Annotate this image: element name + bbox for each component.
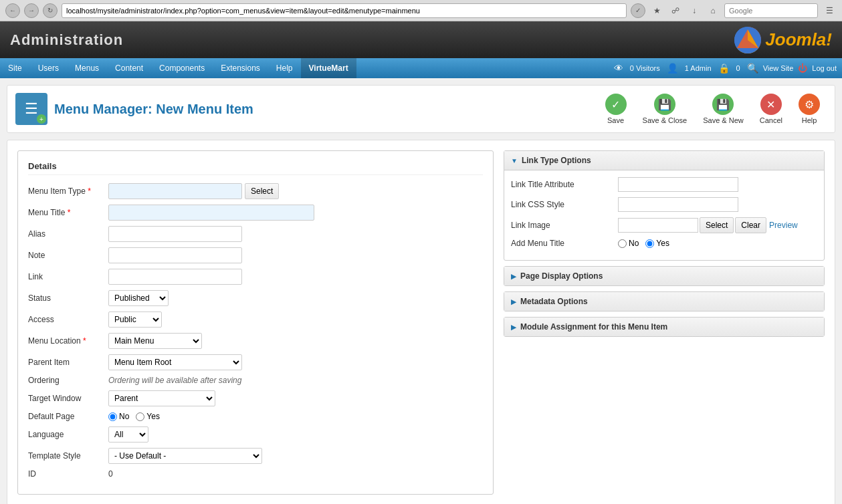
bookmark-icon[interactable]: ★: [649, 3, 664, 18]
nav-menus[interactable]: Menus: [67, 58, 107, 78]
link-css-style-input[interactable]: [618, 197, 738, 212]
top-nav-right: 0 Visitors 1 Admin 0 View Site Log out: [612, 63, 842, 74]
note-row: Note: [28, 247, 483, 263]
nav-users[interactable]: Users: [30, 58, 67, 78]
top-nav-left: Site Users Menus Content Components Exte…: [0, 58, 356, 78]
target-window-select[interactable]: Parent New Window with Navigation New Wi…: [108, 390, 215, 406]
note-input[interactable]: [108, 247, 242, 263]
alias-row: Alias: [28, 226, 483, 242]
logout-icon: [798, 63, 807, 74]
right-pane: ▼ Link Type Options Link Title Attribute…: [504, 150, 825, 495]
link-image-select-button[interactable]: Select: [700, 217, 734, 233]
metadata-options-header[interactable]: ▶ Metadata Options: [504, 292, 824, 311]
default-page-label: Default Page: [28, 412, 108, 421]
link-image-row: Link Image Select Clear Preview: [511, 217, 817, 233]
add-menu-title-no-radio[interactable]: [618, 239, 627, 248]
page-display-options-panel: ▶ Page Display Options: [504, 266, 825, 286]
default-page-yes-label[interactable]: Yes: [136, 412, 160, 421]
menu-location-select[interactable]: Main Menu: [108, 333, 202, 349]
alias-input[interactable]: [108, 226, 242, 242]
target-window-row: Target Window Parent New Window with Nav…: [28, 390, 483, 406]
visitors-icon: [614, 63, 623, 74]
url-bar[interactable]: [62, 3, 627, 18]
nav-site[interactable]: Site: [0, 58, 30, 78]
menu-title-input[interactable]: [108, 205, 314, 221]
joomla-logo-text: Joomla!: [765, 29, 832, 50]
add-menu-title-no-label[interactable]: No: [618, 239, 639, 248]
cancel-button[interactable]: ✕ Cancel: [753, 91, 789, 127]
menu-icon[interactable]: ☰: [822, 3, 837, 18]
save-close-button[interactable]: 💾 Save & Close: [636, 91, 694, 127]
menu-location-row: Menu Location * Main Menu: [28, 333, 483, 349]
default-page-yes-radio[interactable]: [136, 412, 144, 421]
menu-item-type-input[interactable]: [108, 183, 242, 199]
alias-label: Alias: [28, 229, 108, 239]
joomla-logo: Joomla!: [734, 27, 832, 53]
add-menu-title-radio-group: No Yes: [618, 239, 669, 248]
refresh-button[interactable]: ↻: [43, 3, 58, 18]
save-button[interactable]: ✓ Save: [599, 91, 633, 127]
ordering-label: Ordering: [28, 376, 108, 385]
add-menu-title-row: Add Menu Title No Yes: [511, 239, 817, 248]
help-button[interactable]: ⚙ Help: [792, 91, 827, 127]
content-area: ☰ + Menu Manager: New Menu Item ✓ Save 💾…: [0, 78, 842, 504]
menu-item-type-row: Menu Item Type * Select: [28, 183, 483, 199]
parent-item-label: Parent Item: [28, 358, 108, 367]
page-icon: ☰ +: [15, 93, 47, 125]
save-new-icon: 💾: [712, 94, 734, 115]
help-icon: ⚙: [799, 94, 820, 115]
menu-location-label: Menu Location *: [28, 336, 108, 346]
language-row: Language All: [28, 426, 483, 443]
language-label: Language: [28, 430, 108, 439]
search-input[interactable]: [724, 3, 818, 18]
nav-extensions[interactable]: Extensions: [213, 58, 268, 78]
back-button[interactable]: ←: [5, 3, 20, 18]
template-style-label: Template Style: [28, 451, 108, 461]
link-input[interactable]: [108, 269, 242, 285]
nav-help[interactable]: Help: [268, 58, 301, 78]
template-style-select[interactable]: - Use Default -: [108, 448, 262, 464]
parent-item-select[interactable]: Menu Item Root: [108, 354, 242, 370]
visitors-count: 0 Visitors: [630, 64, 660, 72]
go-button[interactable]: ✓: [631, 3, 645, 18]
default-page-no-radio[interactable]: [108, 412, 117, 421]
nav-components[interactable]: Components: [151, 58, 213, 78]
details-box: Details Menu Item Type * Select Menu Tit…: [17, 150, 494, 495]
lock-count: 0: [736, 64, 740, 72]
link-css-style-label: Link CSS Style: [511, 200, 618, 209]
default-page-no-label[interactable]: No: [108, 412, 129, 421]
link-type-options-header[interactable]: ▼ Link Type Options: [504, 151, 824, 170]
add-menu-title-yes-label[interactable]: Yes: [645, 239, 669, 248]
module-assignment-header[interactable]: ▶ Module Assignment for this Menu Item: [504, 318, 824, 336]
access-select[interactable]: Public Registered Special: [108, 311, 162, 328]
preview-link[interactable]: Preview: [769, 221, 798, 230]
bookmarks-icon[interactable]: ☍: [668, 3, 683, 18]
link-image-clear-button[interactable]: Clear: [735, 217, 766, 233]
page-display-options-header[interactable]: ▶ Page Display Options: [504, 267, 824, 285]
toolbar-buttons: ✓ Save 💾 Save & Close 💾 Save & New ✕ Can…: [599, 91, 827, 127]
menu-item-type-label: Menu Item Type *: [28, 186, 108, 196]
status-select[interactable]: Published Unpublished Trashed: [108, 290, 169, 306]
default-page-radio-group: No Yes: [108, 412, 160, 421]
admin-count: 1 Admin: [685, 64, 712, 72]
link-title-attr-input[interactable]: [618, 177, 738, 192]
add-menu-title-yes-radio[interactable]: [645, 239, 654, 248]
save-new-button[interactable]: 💾 Save & New: [696, 91, 750, 127]
menu-title-label: Menu Title *: [28, 208, 108, 217]
nav-virtuemart[interactable]: VirtueMart: [301, 58, 356, 78]
menu-item-type-select-button[interactable]: Select: [245, 183, 279, 199]
note-label: Note: [28, 251, 108, 260]
ordering-row: Ordering Ordering will be available afte…: [28, 376, 483, 385]
left-pane: Details Menu Item Type * Select Menu Tit…: [17, 150, 494, 495]
nav-content[interactable]: Content: [107, 58, 151, 78]
language-select[interactable]: All: [108, 426, 148, 443]
ordering-text: Ordering will be available after saving: [108, 376, 241, 385]
link-label: Link: [28, 272, 108, 281]
view-site-link[interactable]: View Site: [763, 64, 794, 72]
download-icon[interactable]: ↓: [687, 3, 702, 18]
forward-button[interactable]: →: [24, 3, 39, 18]
id-label: ID: [28, 469, 108, 479]
home-icon[interactable]: ⌂: [706, 3, 720, 18]
link-image-input[interactable]: [618, 218, 698, 233]
logout-link[interactable]: Log out: [812, 64, 837, 72]
